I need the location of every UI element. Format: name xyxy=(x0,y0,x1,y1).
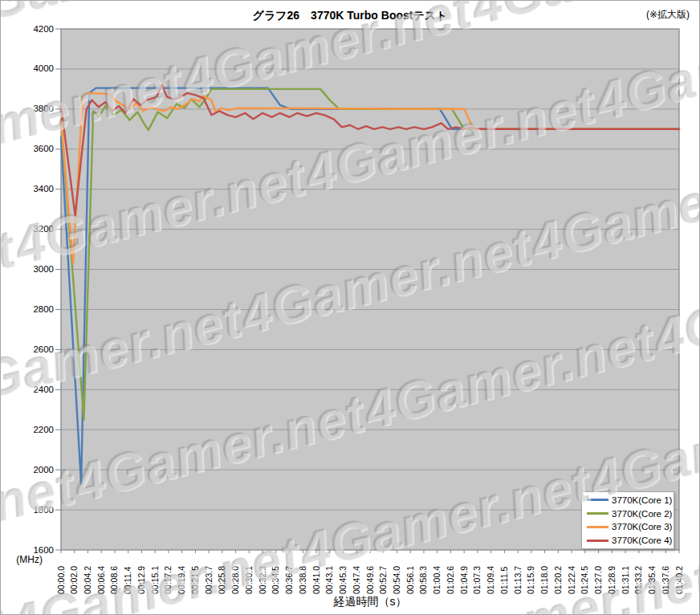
x-tick-label: 01:40.2 xyxy=(675,566,684,594)
y-tick-label: 2600 xyxy=(1,344,54,355)
x-tick-label: 00:34.5 xyxy=(271,566,280,594)
x-tick-label: 00:38.8 xyxy=(299,566,307,594)
x-tick-label: 01:22.4 xyxy=(568,566,576,594)
x-tick-label: 00:08.6 xyxy=(110,566,119,594)
x-tick-label: 00:12.9 xyxy=(137,566,146,594)
x-tick-label: 01:28.9 xyxy=(608,566,617,594)
x-tick-label: 00:41.0 xyxy=(312,566,321,594)
legend: 3770K(Core 1)3770K(Core 2)3770K(Core 3)3… xyxy=(581,491,674,549)
x-tick-label: 00:54.0 xyxy=(393,566,401,594)
y-tick-label: 1800 xyxy=(1,505,54,515)
x-tick-label: 01:07.3 xyxy=(473,566,482,594)
x-tick-label: 00:43.1 xyxy=(325,566,334,594)
legend-line-sample xyxy=(587,512,608,515)
x-tick-label: 01:09.4 xyxy=(486,566,495,594)
legend-item: 3770K(Core 4) xyxy=(582,534,674,547)
x-tick-label: 01:35.4 xyxy=(648,566,657,594)
x-tick-label: 01:27.0 xyxy=(594,566,603,594)
legend-label: 3770K(Core 4) xyxy=(612,536,672,545)
legend-label: 3770K(Core 2) xyxy=(612,509,672,519)
y-tick-label: 3400 xyxy=(1,184,54,194)
x-tick-label: 00:25.8 xyxy=(218,566,226,594)
legend-item: 3770K(Core 3) xyxy=(582,520,674,533)
x-tick-label: 00:23.7 xyxy=(205,566,214,594)
x-tick-label: 00:17.2 xyxy=(164,566,173,594)
x-tick-label: 01:11.5 xyxy=(500,567,509,594)
x-tick-label: 00:28.0 xyxy=(231,566,240,594)
x-tick-label: 00:11.4 xyxy=(124,567,132,594)
y-tick-label: 2400 xyxy=(1,385,54,395)
x-tick-label: 00:45.3 xyxy=(339,566,348,594)
x-tick-label: 01:18.0 xyxy=(540,566,549,594)
x-tick-label: 00:36.7 xyxy=(285,566,294,594)
x-tick-label: 00:19.4 xyxy=(177,566,186,594)
x-tick-label: 01:15.9 xyxy=(527,566,535,594)
x-tick-label: 00:56.1 xyxy=(406,566,415,594)
x-tick-label: 00:06.4 xyxy=(97,566,106,594)
legend-item: 3770K(Core 1) xyxy=(582,494,674,507)
legend-line-sample xyxy=(587,526,608,528)
legend-item: 3770K(Core 2) xyxy=(582,507,674,520)
legend-line-sample xyxy=(587,499,608,501)
x-tick-label: 00:04.2 xyxy=(83,566,92,594)
x-tick-label: 00:02.0 xyxy=(70,566,79,594)
x-tick-label: 00:21.5 xyxy=(191,566,200,594)
y-tick-label: 4000 xyxy=(1,63,54,74)
legend-label: 3770K(Core 3) xyxy=(612,522,672,532)
y-tick-label: 3800 xyxy=(1,104,54,114)
x-tick-label: 00:15.1 xyxy=(151,566,160,594)
x-tick-label: 00:58.3 xyxy=(419,566,428,594)
legend-line-sample xyxy=(587,540,608,542)
y-tick-label: 3000 xyxy=(1,264,54,275)
y-tick-label: 2000 xyxy=(1,465,54,475)
y-tick-label: 2800 xyxy=(1,304,54,315)
x-tick-label: 01:37.6 xyxy=(661,566,670,594)
x-tick-label: 01:20.2 xyxy=(554,566,563,594)
x-tick-label: 01:33.2 xyxy=(634,566,643,594)
y-axis-unit-label: (MHz) xyxy=(1,554,43,565)
y-tick-label: 4200 xyxy=(1,24,54,35)
x-tick-label: 01:24.5 xyxy=(580,566,589,594)
x-tick-label: 00:47.4 xyxy=(352,566,361,594)
chart: グラフ26 3770K Turbo Boostテスト (※拡大版) 420040… xyxy=(0,0,700,615)
x-tick-label: 00:00.0 xyxy=(57,566,66,594)
y-tick-label: 3200 xyxy=(1,224,54,234)
y-tick-label: 3600 xyxy=(1,144,54,154)
x-tick-label: 01:02.6 xyxy=(446,566,455,594)
x-tick-label: 00:32.3 xyxy=(258,566,267,594)
x-tick-label: 00:49.6 xyxy=(366,566,375,594)
y-tick-label: 2200 xyxy=(1,425,54,435)
legend-label: 3770K(Core 1) xyxy=(612,495,672,505)
x-axis-title: 経過時間（s） xyxy=(61,595,679,609)
x-tick-label: 00:30.1 xyxy=(245,566,254,594)
x-tick-label: 01:13.7 xyxy=(514,566,523,594)
x-tick-label: 01:31.1 xyxy=(621,566,630,594)
x-tick-label: 01:00.4 xyxy=(433,566,442,594)
x-tick-label: 01:04.9 xyxy=(460,566,469,594)
x-tick-label: 00:52.7 xyxy=(379,566,388,594)
